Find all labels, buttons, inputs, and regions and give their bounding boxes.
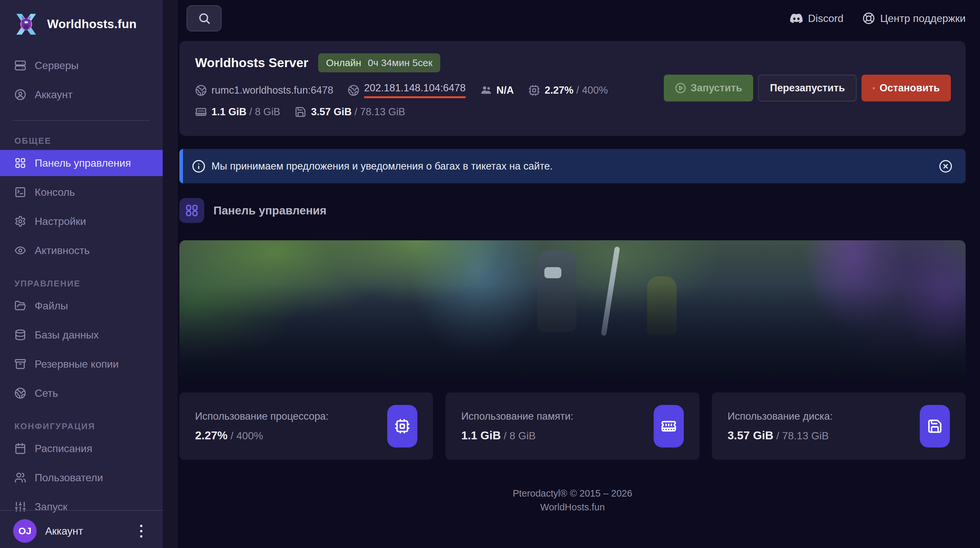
brand-name: Worldhosts.fun — [47, 18, 137, 31]
sidebar-divider — [13, 120, 150, 121]
backups-archive-icon — [14, 358, 26, 370]
alert-close-button[interactable] — [938, 159, 953, 174]
server-name: Worldhosts Server — [195, 56, 308, 70]
server-actions: Запустить Перезапустить Остановить — [664, 75, 951, 102]
support-center-link[interactable]: Центр поддержки — [862, 12, 966, 25]
cpu-stat-card: Использование процессора: 2.27% / 400% — [179, 392, 433, 460]
server-ip-text: 202.181.148.104:6478 — [364, 82, 465, 94]
stat-value: 3.57 GiB — [728, 429, 773, 441]
server-ip[interactable]: 202.181.148.104:6478 — [348, 82, 465, 98]
cpu-icon-box — [387, 405, 417, 448]
sidebar-item-label: Расписания — [35, 443, 92, 455]
sidebar-item-files[interactable]: Файлы — [0, 293, 163, 319]
sidebar-item-dashboard[interactable]: Панель управления — [0, 150, 163, 176]
dashboard-grid-icon — [14, 157, 26, 169]
disk-stat-card: Использование диска: 3.57 GiB / 78.13 Gi… — [712, 392, 966, 460]
stat-cards: Использование процессора: 2.27% / 400% И… — [179, 392, 966, 460]
console-icon — [14, 186, 26, 198]
sidebar-item-label: Резервные копии — [35, 358, 119, 370]
dashboard-grid-icon — [185, 204, 199, 217]
server-status-badge: Онлайн 0ч 34мин 5сек — [318, 53, 440, 72]
discord-link[interactable]: Discord — [790, 12, 843, 25]
discord-icon — [790, 12, 803, 25]
close-circle-icon — [939, 159, 953, 173]
stat-value: 2.27% — [195, 429, 228, 441]
sidebar: Worldhosts.fun Серверы Аккаунт — [0, 0, 178, 548]
footer-copyright: Pterodactyl® © 2015 – 2026 — [179, 486, 966, 500]
footer: Pterodactyl® © 2015 – 2026 WorldHosts.fu… — [179, 486, 966, 514]
sidebar-item-label: Консоль — [35, 186, 75, 198]
sidebar-item-console[interactable]: Консоль — [0, 179, 163, 205]
app-root: Worldhosts.fun Серверы Аккаунт — [0, 0, 980, 548]
sidebar-item-label: Файлы — [35, 300, 68, 312]
sidebar-item-label: Панель управления — [35, 157, 131, 169]
cpu-icon — [528, 84, 540, 96]
banner-elf-figure — [647, 276, 676, 335]
stat-limit: / 78.13 GiB — [773, 430, 829, 441]
search-icon — [198, 12, 211, 25]
discord-label: Discord — [808, 13, 843, 25]
server-disk: 3.57 GiB / 78.13 GiB — [294, 106, 405, 118]
memory-icon-box — [654, 405, 684, 448]
memory-icon — [195, 106, 207, 118]
server-hostname: rumc1.worldhosts.fun:6478 — [195, 84, 333, 96]
sidebar-item-users[interactable]: Пользователи — [0, 465, 163, 491]
main-content: Discord Центр поддержки Worldhosts Serve… — [178, 0, 980, 548]
brand[interactable]: Worldhosts.fun — [0, 0, 163, 37]
globe-icon — [348, 84, 360, 96]
sidebar-item-account[interactable]: Аккаунт — [0, 81, 163, 108]
sidebar-section-general: ОБЩЕЕ — [14, 136, 163, 146]
players-icon — [480, 84, 492, 96]
stat-label: Использование памяти: — [461, 411, 573, 422]
info-alert: Мы принимаем предложения и уведомления о… — [179, 149, 966, 183]
footer-brand: WorldHosts.fun — [179, 500, 966, 514]
topbar: Discord Центр поддержки — [179, 5, 966, 32]
settings-gear-icon — [14, 215, 26, 227]
sidebar-item-settings[interactable]: Настройки — [0, 208, 163, 234]
disk-icon — [294, 106, 306, 118]
sidebar-item-schedules[interactable]: Расписания — [0, 435, 163, 462]
stat-limit: / 400% — [228, 430, 263, 441]
sidebar-item-databases[interactable]: Базы данных — [0, 322, 163, 348]
section-title: Панель управления — [213, 204, 327, 217]
files-folder-icon — [14, 300, 26, 312]
account-icon — [14, 89, 26, 100]
disk-icon-box — [920, 405, 950, 448]
server-players: N/A — [480, 84, 514, 96]
server-ip-underline — [364, 96, 465, 98]
sidebar-item-servers[interactable]: Серверы — [0, 53, 163, 78]
stat-label: Использование процессора: — [195, 411, 329, 422]
lifebuoy-icon — [862, 12, 875, 25]
search-button[interactable] — [186, 5, 221, 32]
stat-value: 1.1 GiB — [461, 429, 501, 441]
section-icon-box — [179, 198, 204, 223]
database-icon — [14, 329, 26, 341]
sidebar-item-label: Пользователи — [35, 472, 103, 484]
restart-button[interactable]: Перезапустить — [758, 75, 857, 102]
stop-button[interactable]: Остановить — [862, 75, 951, 102]
sidebar-item-network[interactable]: Сеть — [0, 380, 163, 406]
topbar-links: Discord Центр поддержки — [790, 12, 966, 25]
account-label: Аккаунт — [45, 525, 130, 537]
cpu-icon — [395, 418, 410, 434]
sidebar-item-label: Базы данных — [35, 329, 99, 341]
info-icon — [192, 159, 205, 173]
support-label: Центр поддержки — [880, 13, 966, 25]
sidebar-item-label: Сеть — [35, 387, 58, 399]
alert-text: Мы принимаем предложения и уведомления о… — [212, 161, 938, 172]
sidebar-account-row[interactable]: OJ Аккаунт — [0, 510, 163, 548]
sidebar-item-backups[interactable]: Резервные копии — [0, 351, 163, 377]
start-button[interactable]: Запустить — [664, 75, 754, 102]
memory-stat-card: Использование памяти: 1.1 GiB / 8 GiB — [445, 392, 699, 460]
section-heading: Панель управления — [179, 198, 966, 223]
server-cpu: 2.27% / 400% — [528, 84, 608, 96]
avatar: OJ — [13, 519, 37, 543]
account-menu-kebab-icon[interactable] — [138, 523, 144, 540]
sidebar-item-activity[interactable]: Активность — [0, 237, 163, 263]
sidebar-scrollbar-gutter[interactable] — [163, 0, 178, 548]
globe-icon — [195, 84, 207, 96]
sidebar-item-label: Настройки — [35, 215, 86, 228]
sidebar-section-configuration: КОНФИГУРАЦИЯ — [14, 421, 163, 432]
memory-icon — [661, 418, 676, 434]
activity-eye-icon — [14, 245, 26, 256]
